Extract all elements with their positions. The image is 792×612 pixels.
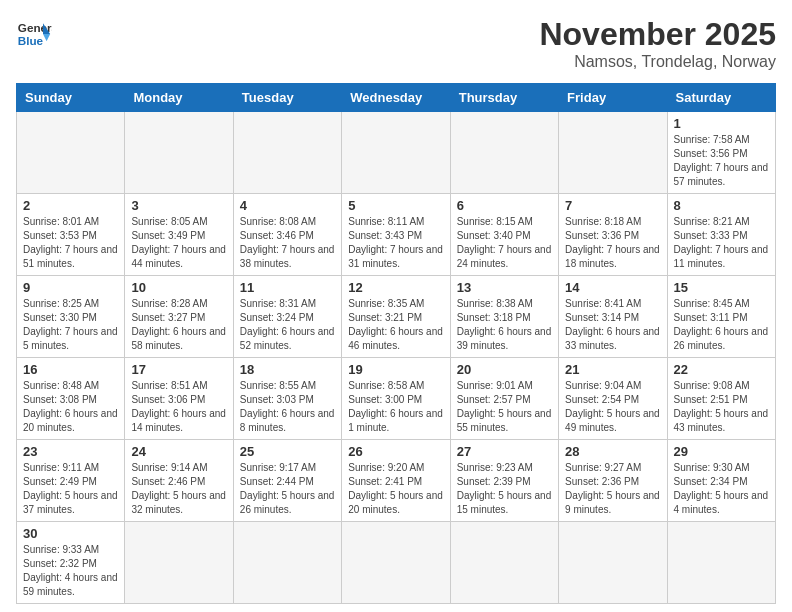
day-info: Sunrise: 8:31 AMSunset: 3:24 PMDaylight:…: [240, 297, 335, 353]
calendar-row: 2Sunrise: 8:01 AMSunset: 3:53 PMDaylight…: [17, 194, 776, 276]
table-row: 14Sunrise: 8:41 AMSunset: 3:14 PMDayligh…: [559, 276, 667, 358]
day-number: 22: [674, 362, 769, 377]
table-row: [125, 112, 233, 194]
table-row: [342, 112, 450, 194]
day-number: 4: [240, 198, 335, 213]
table-row: [559, 112, 667, 194]
header-friday: Friday: [559, 84, 667, 112]
day-info: Sunrise: 7:58 AMSunset: 3:56 PMDaylight:…: [674, 133, 769, 189]
table-row: 25Sunrise: 9:17 AMSunset: 2:44 PMDayligh…: [233, 440, 341, 522]
day-number: 1: [674, 116, 769, 131]
table-row: 19Sunrise: 8:58 AMSunset: 3:00 PMDayligh…: [342, 358, 450, 440]
day-info: Sunrise: 8:51 AMSunset: 3:06 PMDaylight:…: [131, 379, 226, 435]
day-number: 28: [565, 444, 660, 459]
table-row: 13Sunrise: 8:38 AMSunset: 3:18 PMDayligh…: [450, 276, 558, 358]
table-row: 10Sunrise: 8:28 AMSunset: 3:27 PMDayligh…: [125, 276, 233, 358]
day-info: Sunrise: 8:58 AMSunset: 3:00 PMDaylight:…: [348, 379, 443, 435]
table-row: 4Sunrise: 8:08 AMSunset: 3:46 PMDaylight…: [233, 194, 341, 276]
day-number: 14: [565, 280, 660, 295]
day-number: 7: [565, 198, 660, 213]
day-number: 17: [131, 362, 226, 377]
table-row: 16Sunrise: 8:48 AMSunset: 3:08 PMDayligh…: [17, 358, 125, 440]
header-thursday: Thursday: [450, 84, 558, 112]
table-row: [342, 522, 450, 604]
table-row: 26Sunrise: 9:20 AMSunset: 2:41 PMDayligh…: [342, 440, 450, 522]
svg-text:Blue: Blue: [18, 34, 44, 47]
day-info: Sunrise: 8:08 AMSunset: 3:46 PMDaylight:…: [240, 215, 335, 271]
table-row: 15Sunrise: 8:45 AMSunset: 3:11 PMDayligh…: [667, 276, 775, 358]
title-section: November 2025 Namsos, Trondelag, Norway: [539, 16, 776, 71]
location-title: Namsos, Trondelag, Norway: [539, 53, 776, 71]
day-number: 25: [240, 444, 335, 459]
calendar: Sunday Monday Tuesday Wednesday Thursday…: [16, 83, 776, 604]
calendar-row: 16Sunrise: 8:48 AMSunset: 3:08 PMDayligh…: [17, 358, 776, 440]
table-row: [17, 112, 125, 194]
calendar-row: 9Sunrise: 8:25 AMSunset: 3:30 PMDaylight…: [17, 276, 776, 358]
day-info: Sunrise: 9:04 AMSunset: 2:54 PMDaylight:…: [565, 379, 660, 435]
header-monday: Monday: [125, 84, 233, 112]
weekday-header-row: Sunday Monday Tuesday Wednesday Thursday…: [17, 84, 776, 112]
day-info: Sunrise: 8:38 AMSunset: 3:18 PMDaylight:…: [457, 297, 552, 353]
table-row: [233, 112, 341, 194]
day-info: Sunrise: 8:45 AMSunset: 3:11 PMDaylight:…: [674, 297, 769, 353]
day-number: 30: [23, 526, 118, 541]
table-row: 9Sunrise: 8:25 AMSunset: 3:30 PMDaylight…: [17, 276, 125, 358]
day-number: 21: [565, 362, 660, 377]
day-info: Sunrise: 8:21 AMSunset: 3:33 PMDaylight:…: [674, 215, 769, 271]
table-row: 6Sunrise: 8:15 AMSunset: 3:40 PMDaylight…: [450, 194, 558, 276]
day-number: 13: [457, 280, 552, 295]
day-info: Sunrise: 8:05 AMSunset: 3:49 PMDaylight:…: [131, 215, 226, 271]
table-row: 24Sunrise: 9:14 AMSunset: 2:46 PMDayligh…: [125, 440, 233, 522]
day-info: Sunrise: 8:18 AMSunset: 3:36 PMDaylight:…: [565, 215, 660, 271]
day-number: 20: [457, 362, 552, 377]
day-info: Sunrise: 8:15 AMSunset: 3:40 PMDaylight:…: [457, 215, 552, 271]
day-number: 29: [674, 444, 769, 459]
table-row: [559, 522, 667, 604]
day-number: 8: [674, 198, 769, 213]
header-tuesday: Tuesday: [233, 84, 341, 112]
table-row: 21Sunrise: 9:04 AMSunset: 2:54 PMDayligh…: [559, 358, 667, 440]
day-number: 26: [348, 444, 443, 459]
day-number: 6: [457, 198, 552, 213]
svg-marker-3: [43, 34, 50, 41]
table-row: 11Sunrise: 8:31 AMSunset: 3:24 PMDayligh…: [233, 276, 341, 358]
day-info: Sunrise: 9:30 AMSunset: 2:34 PMDaylight:…: [674, 461, 769, 517]
table-row: 27Sunrise: 9:23 AMSunset: 2:39 PMDayligh…: [450, 440, 558, 522]
day-info: Sunrise: 8:55 AMSunset: 3:03 PMDaylight:…: [240, 379, 335, 435]
day-info: Sunrise: 9:08 AMSunset: 2:51 PMDaylight:…: [674, 379, 769, 435]
day-info: Sunrise: 9:01 AMSunset: 2:57 PMDaylight:…: [457, 379, 552, 435]
day-info: Sunrise: 8:25 AMSunset: 3:30 PMDaylight:…: [23, 297, 118, 353]
table-row: [233, 522, 341, 604]
month-title: November 2025: [539, 16, 776, 53]
table-row: [667, 522, 775, 604]
day-number: 9: [23, 280, 118, 295]
day-info: Sunrise: 9:27 AMSunset: 2:36 PMDaylight:…: [565, 461, 660, 517]
day-info: Sunrise: 9:14 AMSunset: 2:46 PMDaylight:…: [131, 461, 226, 517]
table-row: 29Sunrise: 9:30 AMSunset: 2:34 PMDayligh…: [667, 440, 775, 522]
day-number: 16: [23, 362, 118, 377]
day-number: 23: [23, 444, 118, 459]
day-info: Sunrise: 8:28 AMSunset: 3:27 PMDaylight:…: [131, 297, 226, 353]
day-info: Sunrise: 9:20 AMSunset: 2:41 PMDaylight:…: [348, 461, 443, 517]
day-info: Sunrise: 9:17 AMSunset: 2:44 PMDaylight:…: [240, 461, 335, 517]
calendar-row: 1Sunrise: 7:58 AMSunset: 3:56 PMDaylight…: [17, 112, 776, 194]
day-number: 24: [131, 444, 226, 459]
table-row: 5Sunrise: 8:11 AMSunset: 3:43 PMDaylight…: [342, 194, 450, 276]
table-row: 20Sunrise: 9:01 AMSunset: 2:57 PMDayligh…: [450, 358, 558, 440]
table-row: 12Sunrise: 8:35 AMSunset: 3:21 PMDayligh…: [342, 276, 450, 358]
day-number: 19: [348, 362, 443, 377]
day-info: Sunrise: 9:33 AMSunset: 2:32 PMDaylight:…: [23, 543, 118, 599]
table-row: 22Sunrise: 9:08 AMSunset: 2:51 PMDayligh…: [667, 358, 775, 440]
day-number: 12: [348, 280, 443, 295]
day-number: 2: [23, 198, 118, 213]
table-row: [125, 522, 233, 604]
table-row: 17Sunrise: 8:51 AMSunset: 3:06 PMDayligh…: [125, 358, 233, 440]
table-row: 18Sunrise: 8:55 AMSunset: 3:03 PMDayligh…: [233, 358, 341, 440]
day-info: Sunrise: 9:23 AMSunset: 2:39 PMDaylight:…: [457, 461, 552, 517]
day-info: Sunrise: 8:11 AMSunset: 3:43 PMDaylight:…: [348, 215, 443, 271]
calendar-row: 23Sunrise: 9:11 AMSunset: 2:49 PMDayligh…: [17, 440, 776, 522]
table-row: [450, 522, 558, 604]
day-info: Sunrise: 9:11 AMSunset: 2:49 PMDaylight:…: [23, 461, 118, 517]
day-number: 27: [457, 444, 552, 459]
day-number: 18: [240, 362, 335, 377]
